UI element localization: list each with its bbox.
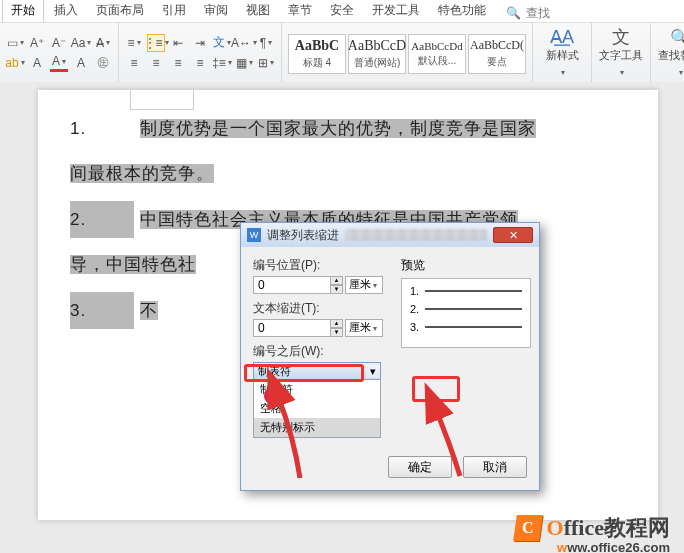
highlight-icon[interactable]: ab [6, 54, 24, 72]
find-replace-button[interactable]: 🔍 查找替换 [657, 28, 684, 77]
align-left-icon[interactable]: ≡ [125, 54, 143, 72]
watermark-logo-icon: C [513, 515, 543, 541]
text-tools-button[interactable]: 文 文字工具 [598, 28, 644, 77]
close-button[interactable]: ✕ [493, 227, 533, 243]
number-position-label: 编号位置(P): [253, 257, 383, 274]
ribbon-tabs: 开始 插入 页面布局 引用 审阅 视图 章节 安全 开发工具 特色功能 🔍 查找 [0, 0, 684, 22]
enclosed-icon[interactable]: ㊟ [94, 54, 112, 72]
change-case-icon[interactable]: Aa [72, 34, 90, 52]
ribbon-groups: ▭ A⁺ A⁻ Aa A̶ ab A A A ㊟ ≡ ⋮≡ ⇤ ⇥ 文 A↔ [0, 22, 684, 82]
line-spacing-icon[interactable]: ‡≡ [213, 54, 231, 72]
increase-indent-icon[interactable]: ⇥ [191, 34, 209, 52]
style-normal-web[interactable]: AaBbCcD普通(网站) [348, 34, 406, 74]
paragraph-1b: 间最根本的竞争。 [70, 155, 626, 192]
highlight-box-2 [412, 376, 460, 402]
char-border-icon[interactable]: A [28, 54, 46, 72]
number-position-unit[interactable]: 厘米 [345, 276, 383, 294]
text-indent-label: 文本缩进(T): [253, 300, 383, 317]
text-tools-icon: 文 [612, 28, 630, 46]
highlight-box-1 [244, 364, 364, 382]
arrow-2 [432, 404, 472, 487]
numbering-icon[interactable]: ⋮≡ [147, 34, 165, 52]
text-indent-input[interactable] [253, 319, 331, 337]
preview-item-3: 3. [410, 321, 419, 333]
show-marks-icon[interactable]: ¶ [257, 34, 275, 52]
app-icon: W [247, 228, 261, 242]
p1-line2: 间最根本的竞争。 [70, 164, 214, 183]
preview-box: 1. 2. 3. [401, 278, 531, 348]
search-label: 查找 [526, 5, 550, 22]
dialog-titlebar[interactable]: W 调整列表缩进 ✕ [241, 223, 539, 247]
watermark-brand: Office教程网 [547, 513, 670, 543]
tab-references[interactable]: 引用 [154, 0, 194, 22]
group-new-style: A͟A 新样式 [533, 23, 592, 82]
tab-insert[interactable]: 插入 [46, 0, 86, 22]
arrow-1 [270, 388, 310, 491]
text-indent-unit[interactable]: 厘米 [345, 319, 383, 337]
find-replace-icon: 🔍 [671, 28, 684, 46]
bullets-icon[interactable]: ≡ [125, 34, 143, 52]
number-position-input[interactable] [253, 276, 331, 294]
tab-chapter[interactable]: 章节 [280, 0, 320, 22]
decrease-indent-icon[interactable]: ⇤ [169, 34, 187, 52]
list-number-1: 1. [70, 110, 134, 147]
tab-special[interactable]: 特色功能 [430, 0, 494, 22]
preview-label: 预览 [401, 258, 425, 272]
shrink-font-icon[interactable]: A⁻ [50, 34, 68, 52]
spin-up-icon[interactable]: ▲ [331, 276, 343, 285]
watermark: C Office教程网 [515, 513, 670, 543]
p2-line2: 导，中国特色社 [70, 255, 196, 274]
clear-format-icon[interactable]: A̶ [94, 34, 112, 52]
after-number-label: 编号之后(W): [253, 343, 383, 360]
spin-down-icon[interactable]: ▼ [331, 285, 343, 294]
chevron-down-icon: ▾ [366, 365, 380, 378]
char-shading-icon[interactable]: A [72, 54, 90, 72]
grow-font-icon[interactable]: A⁺ [28, 34, 46, 52]
font-size-combo[interactable]: ▭ [6, 34, 24, 52]
preview-item-1: 1. [410, 285, 419, 297]
preview-item-2: 2. [410, 303, 419, 315]
group-paragraph: ≡ ⋮≡ ⇤ ⇥ 文 A↔ ¶ ≡ ≡ ≡ ≡ ‡≡ ▦ ⊞ [119, 23, 282, 82]
list-number-3: 3. [70, 292, 134, 329]
p1-line1: 制度优势是一个国家最大的优势，制度竞争是国家 [140, 119, 536, 138]
style-heading4[interactable]: AaBbC标题 4 [288, 34, 346, 74]
align-dist-icon[interactable]: A↔ [235, 34, 253, 52]
group-styles: AaBbC标题 4 AaBbCcD普通(网站) AaBbCcDd默认段... A… [282, 23, 533, 82]
align-justify-icon[interactable]: ≡ [191, 54, 209, 72]
group-font: ▭ A⁺ A⁻ Aa A̶ ab A A A ㊟ [0, 23, 119, 82]
borders-icon[interactable]: ⊞ [257, 54, 275, 72]
align-center-icon[interactable]: ≡ [147, 54, 165, 72]
p3-line1: 不 [140, 301, 158, 320]
preview-panel: 预览 1. 2. 3. [401, 257, 531, 348]
new-style-icon: A͟A [553, 28, 571, 46]
spin-down-icon[interactable]: ▼ [331, 328, 343, 337]
group-find: 🔍 查找替换 [651, 23, 684, 82]
spin-up-icon[interactable]: ▲ [331, 319, 343, 328]
dialog-title: 调整列表缩进 [267, 227, 339, 244]
tab-layout[interactable]: 页面布局 [88, 0, 152, 22]
text-direction-icon[interactable]: 文 [213, 34, 231, 52]
tab-view[interactable]: 视图 [238, 0, 278, 22]
search-icon: 🔍 [504, 4, 522, 22]
ribbon: 开始 插入 页面布局 引用 审阅 视图 章节 安全 开发工具 特色功能 🔍 查找… [0, 0, 684, 83]
shading-icon[interactable]: ▦ [235, 54, 253, 72]
style-default-para[interactable]: AaBbCcDd默认段... [408, 34, 466, 74]
style-keypoint[interactable]: AaBbCcD(要点 [468, 34, 526, 74]
watermark-url: www.office26.com [557, 540, 670, 553]
paragraph-1: 1. 制度优势是一个国家最大的优势，制度竞争是国家 [70, 110, 626, 147]
cancel-button[interactable]: 取消 [463, 456, 527, 478]
tab-review[interactable]: 审阅 [196, 0, 236, 22]
new-style-button[interactable]: A͟A 新样式 [539, 28, 585, 77]
tab-marker [130, 90, 194, 110]
search-box[interactable]: 🔍 查找 [504, 4, 550, 22]
tab-home[interactable]: 开始 [2, 0, 44, 22]
font-color-icon[interactable]: A [50, 54, 68, 72]
title-blur [345, 229, 487, 241]
list-number-2: 2. [70, 201, 134, 238]
align-right-icon[interactable]: ≡ [169, 54, 187, 72]
tab-security[interactable]: 安全 [322, 0, 362, 22]
tab-developer[interactable]: 开发工具 [364, 0, 428, 22]
group-text-tools: 文 文字工具 [592, 23, 651, 82]
